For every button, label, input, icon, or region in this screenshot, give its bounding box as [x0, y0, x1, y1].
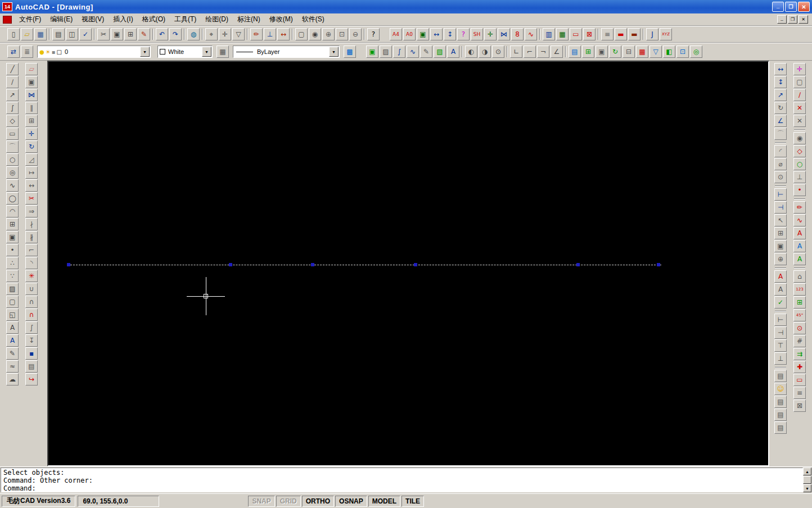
subtract-icon[interactable]: ∩ [25, 296, 38, 308]
dotted-rectangle-icon[interactable]: ▢ [793, 76, 806, 88]
point-icon[interactable]: • [6, 244, 19, 256]
menu-item-edit[interactable]: 编辑(E) [46, 13, 77, 25]
status-toggle-tile[interactable]: TILE [402, 496, 424, 507]
circle-red-icon[interactable]: ⊙ [793, 322, 806, 334]
menu-item-insert[interactable]: 插入(I) [109, 13, 137, 25]
wave-line-icon[interactable]: ∿ [525, 28, 537, 40]
layers-manager-icon[interactable]: ≣ [21, 46, 33, 58]
match-properties-icon[interactable]: ✎ [138, 28, 150, 40]
revision-cloud-icon[interactable]: ☁ [6, 373, 19, 385]
dim-leader-icon[interactable]: ↖ [774, 214, 787, 226]
extend-icon[interactable]: ⇒ [25, 205, 38, 217]
point-filters-icon[interactable]: ▽ [232, 28, 245, 40]
adjust-icon[interactable]: ✛ [484, 28, 497, 40]
menu-item-software[interactable]: 软件(S) [297, 13, 329, 25]
angle-45-icon[interactable]: 45° [793, 309, 806, 321]
mirror-tool-icon[interactable]: ⋈ [498, 28, 510, 40]
open-file-icon[interactable]: ▱ [21, 28, 33, 40]
linetype-dropdown[interactable]: ByLayer [233, 46, 340, 58]
help-icon[interactable]: ? [367, 28, 380, 40]
scrollbar-thumb[interactable] [803, 476, 811, 484]
snap-node-icon[interactable]: ○ [793, 158, 806, 170]
ellipse-icon[interactable]: ◯ [6, 192, 19, 205]
circle-half-right-icon[interactable]: ◑ [479, 46, 491, 58]
menu-item-file[interactable]: 文件(F) [15, 13, 46, 25]
zoom-realtime-icon[interactable]: ⊕ [322, 28, 335, 40]
layer-dropdown[interactable]: ●☀▪□ 0 [37, 46, 151, 58]
undo-icon[interactable]: ↶ [156, 28, 168, 40]
selection-grip[interactable] [67, 263, 70, 266]
close-icon[interactable] [798, 2, 810, 12]
single-line-text-icon[interactable]: A [6, 321, 19, 334]
ellipse-arc-icon[interactable]: ◠ [6, 205, 19, 217]
text-check-icon[interactable]: ✓ [774, 296, 787, 309]
paper-a4-icon[interactable]: A4 [390, 28, 402, 40]
sketch-icon[interactable]: ≈ [6, 360, 19, 373]
ray-icon[interactable]: ↗ [6, 89, 19, 101]
layers-colored-icon[interactable]: ▤ [569, 46, 581, 58]
make-object-layer-current-icon[interactable]: ⇄ [7, 46, 20, 58]
circles-green-icon[interactable]: ◎ [690, 46, 702, 58]
print-icon[interactable]: ▤ [52, 28, 65, 40]
paste-icon[interactable]: ⊞ [124, 28, 137, 40]
plot-2-icon[interactable]: ▤ [774, 396, 787, 408]
measure-t-icon[interactable]: ⊤ [774, 339, 787, 352]
snap-perpendicular-icon[interactable]: ⊥ [793, 171, 806, 183]
layer-dropdown-arrow-icon[interactable] [140, 47, 150, 57]
distance-icon[interactable]: ↔ [277, 28, 290, 40]
selection-grip[interactable] [576, 263, 580, 266]
red-rectangle-icon[interactable]: ▭ [570, 28, 582, 40]
scale-icon[interactable]: ◿ [25, 153, 38, 166]
status-toggle-snap[interactable]: SNAP [248, 496, 274, 507]
dim-tolerance-icon[interactable]: ⊞ [774, 227, 787, 239]
selection-grip[interactable] [657, 263, 660, 266]
edit-polyline-2-icon[interactable]: ∫ [25, 321, 38, 334]
dim-radius-icon[interactable]: ◜ [774, 145, 787, 157]
dim-diameter-icon[interactable]: ⌀ [774, 158, 787, 170]
edit-text-icon[interactable]: ✎ [6, 347, 19, 360]
new-file-icon[interactable]: ▯ [7, 28, 20, 40]
cross-gray-icon[interactable]: ✕ [793, 115, 806, 127]
corner-top-left-icon[interactable]: ⌐ [524, 46, 536, 58]
arrow-text-icon[interactable]: A [447, 46, 459, 58]
recycle-icon[interactable]: ↻ [609, 46, 621, 58]
copy-object-icon[interactable]: ▣ [25, 76, 38, 88]
menu-item-format[interactable]: 格式(O) [138, 13, 170, 25]
dim-continue-icon[interactable]: ⊣ [774, 201, 787, 214]
rectangle-icon[interactable]: ▭ [6, 128, 19, 140]
command-scrollbar[interactable] [803, 468, 811, 492]
linetype-dropdown-arrow-icon[interactable] [329, 47, 339, 57]
edit-spline-icon[interactable]: ∿ [407, 46, 419, 58]
lengthen-icon[interactable]: ↔ [25, 179, 38, 192]
color-dropdown[interactable]: White [157, 46, 213, 58]
mdi-close-icon[interactable] [799, 15, 808, 24]
launch-browser-icon[interactable]: ◍ [187, 28, 200, 40]
edit-properties-icon[interactable]: ▤ [25, 360, 38, 373]
stretch-horizontal-icon[interactable]: ↔ [430, 28, 443, 40]
break-at-point-icon[interactable]: ∤ [25, 218, 38, 230]
snap-center-icon[interactable]: ◉ [793, 132, 806, 144]
insert-block-icon[interactable]: ⊞ [6, 218, 19, 230]
multiline-text-icon[interactable]: A [6, 334, 19, 347]
stamp-red-icon[interactable]: ▬ [615, 28, 627, 40]
donut-icon[interactable]: ◎ [6, 166, 19, 179]
image-frame-icon[interactable]: ▣ [417, 28, 429, 40]
stamp-dark-icon[interactable]: ▬ [628, 28, 640, 40]
drawing-system-menu-icon[interactable] [3, 16, 12, 24]
mirror-icon[interactable]: ⋈ [25, 89, 38, 101]
dim-center-mark-icon[interactable]: ⊙ [774, 171, 787, 183]
zoom-window-icon[interactable]: ⊡ [336, 28, 348, 40]
snap-nearest-icon[interactable]: • [793, 184, 806, 196]
linetype-manager-icon[interactable]: ▦ [216, 46, 229, 58]
copy-icon[interactable]: ▣ [111, 28, 123, 40]
letter-a-blue-icon[interactable]: A [793, 240, 806, 252]
grid-red-icon[interactable]: ▦ [636, 46, 648, 58]
scroll-down-icon[interactable] [803, 484, 811, 492]
numbering-icon[interactable]: 8 [511, 28, 524, 40]
scroll-up-icon[interactable] [803, 468, 811, 475]
columns-icon[interactable]: ▥ [543, 28, 555, 40]
rotate-icon[interactable]: ↻ [25, 140, 38, 153]
selected-polyline[interactable] [67, 265, 661, 265]
measure-v-icon[interactable]: ⊣ [774, 326, 787, 339]
measure-b-icon[interactable]: ⊥ [774, 352, 787, 365]
